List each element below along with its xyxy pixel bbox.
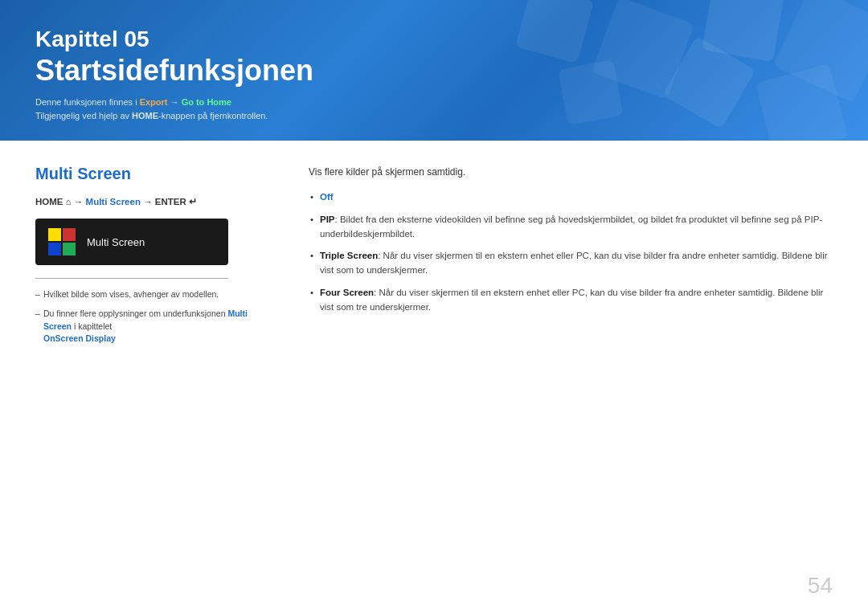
note-2: Du finner flere opplysninger om underfun… — [35, 308, 276, 345]
nav-multiscreen-link: Multi Screen — [86, 197, 141, 206]
term-triple: Triple Screen — [320, 251, 378, 260]
nav-home-bold: HOME — [35, 197, 63, 206]
icon-q1 — [48, 228, 61, 241]
text-four: : Når du viser skjermen til en ekstern e… — [320, 288, 823, 312]
subtitle-line2-suffix: -knappen på fjernkontrollen. — [158, 111, 268, 121]
chapter-number: Kapittel 05 — [35, 26, 833, 53]
bullet-off: Off — [309, 190, 833, 205]
note2-prefix: Du finner flere opplysninger om underfun… — [43, 309, 227, 318]
header-subtitle: Denne funksjonen finnes i Export → Go to… — [35, 96, 833, 124]
term-pip: PIP — [320, 215, 335, 224]
icon-q4 — [63, 243, 76, 255]
nav-enter-icon: ↵ — [189, 197, 197, 206]
left-column: Multi Screen HOME ⌂ → Multi Screen → ENT… — [35, 165, 276, 352]
chapter-title: Startsidefunksjonen — [35, 53, 833, 88]
multiscreen-icon — [48, 228, 76, 255]
term-off: Off — [320, 192, 334, 202]
note-1: Hvilket bilde som vises, avhenger av mod… — [35, 288, 276, 301]
subtitle-prefix: Denne funksjonen finnes i — [35, 97, 140, 107]
nav-home-icon: ⌂ — [66, 197, 72, 206]
nav-arrow1: → — [74, 197, 86, 206]
page-number: 54 — [808, 573, 833, 599]
subtitle-link1: Export — [140, 97, 168, 107]
nav-path: HOME ⌂ → Multi Screen → ENTER ↵ — [35, 196, 276, 207]
subtitle-home-bold: HOME — [132, 111, 158, 121]
nav-arrow2: → — [143, 197, 155, 206]
icon-q3 — [48, 243, 61, 255]
note2-suffix: i kapittelet — [72, 321, 112, 331]
menu-box: Multi Screen — [35, 219, 228, 265]
menu-underline — [35, 278, 228, 279]
note3-link: OnScreen Display — [43, 333, 116, 343]
bullet-triple: Triple Screen: Når du viser skjermen til… — [309, 249, 833, 278]
header-banner: Kapittel 05 Startsidefunksjonen Denne fu… — [0, 0, 868, 141]
section-title: Multi Screen — [35, 165, 276, 183]
intro-text: Vis flere kilder på skjermen samtidig. — [309, 165, 833, 179]
bullet-four: Four Screen: Når du viser skjermen til e… — [309, 286, 833, 315]
subtitle-line2: Tilgjengelig ved hjelp av HOME-knappen p… — [35, 109, 833, 124]
content-area: Multi Screen HOME ⌂ → Multi Screen → ENT… — [0, 141, 868, 368]
bullet-list: Off PIP: Bildet fra den eksterne videoki… — [309, 190, 833, 315]
term-four: Four Screen — [320, 288, 374, 297]
bullet-pip: PIP: Bildet fra den eksterne videokilden… — [309, 213, 833, 242]
icon-q2 — [63, 228, 76, 241]
text-pip: : Bildet fra den eksterne videokilden vi… — [320, 215, 822, 239]
subtitle-line2-prefix: Tilgjengelig ved hjelp av — [35, 111, 132, 121]
menu-label: Multi Screen — [87, 236, 145, 248]
right-column: Vis flere kilder på skjermen samtidig. O… — [309, 165, 833, 352]
subtitle-line1: Denne funksjonen finnes i Export → Go to… — [35, 96, 833, 110]
nav-enter: ENTER — [155, 197, 186, 206]
text-triple: : Når du viser skjermen til en ekstern e… — [320, 251, 828, 275]
subtitle-link2: Go to Home — [182, 97, 231, 107]
